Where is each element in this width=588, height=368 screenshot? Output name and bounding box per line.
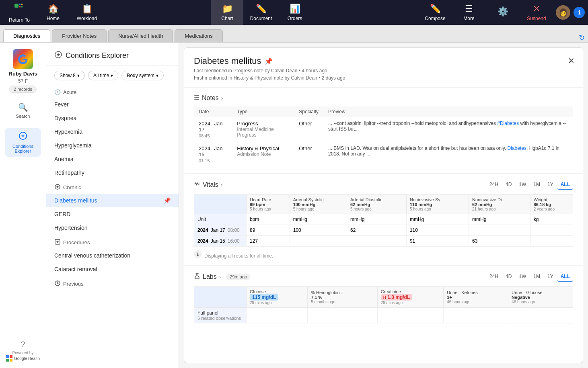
labs-full-panel-cell: Full panel 5 related observations — [194, 308, 247, 323]
vitals-noninv-sys-unit: mmHg — [406, 214, 469, 225]
workload-button[interactable]: 📋 Workload — [71, 0, 103, 25]
search-label: Search — [16, 114, 30, 119]
vitals-row2-panel: 2024 Jan 15 16:00 — [194, 236, 247, 247]
records-badge[interactable]: 2 records — [9, 86, 37, 93]
conditions-explorer-nav-item[interactable]: Conditions Explorer — [5, 128, 41, 157]
help-button[interactable]: ? — [21, 340, 25, 349]
user-avatar[interactable]: 👩 — [556, 5, 570, 20]
vitals-row2-art-dia — [347, 236, 406, 247]
vitals-header-row: Vitals › 24H 4D 1W 1M 1Y ALL — [194, 180, 573, 190]
vitals-time-tabs: 24H 4D 1W 1M 1Y ALL — [486, 180, 573, 190]
vitals-tab-4d[interactable]: 4D — [502, 180, 515, 190]
home-label: Home — [47, 16, 60, 21]
home-button[interactable]: 🏠 Home — [37, 0, 69, 25]
svg-rect-4 — [21, 6, 23, 8]
compose-icon: ✏️ — [430, 4, 441, 14]
labs-tab-1m[interactable]: 1M — [530, 272, 543, 282]
vitals-section: Vitals › 24H 4D 1W 1M 1Y ALL — [184, 174, 583, 266]
labs-hgb-col: % Hemoglobin ... 7.1 % 5 months ago — [308, 287, 378, 308]
document-icon: ✏️ — [256, 4, 267, 14]
condition-hypoxemia[interactable]: Hypoxemia — [46, 125, 179, 139]
vitals-section-title[interactable]: Vitals › — [194, 181, 223, 189]
chevron-down-icon: ▾ — [77, 73, 80, 78]
procedures-icon — [54, 239, 61, 246]
condition-hyperglycemia[interactable]: Hyperglycemia — [46, 139, 179, 152]
body-system-filter-btn[interactable]: Body system ▾ — [121, 71, 164, 80]
show-filter-btn[interactable]: Show 8 ▾ — [54, 71, 85, 80]
section-procedures-header: Procedures — [46, 235, 179, 249]
search-nav-item[interactable]: 🔍 Search — [5, 99, 41, 122]
condition-hypertension[interactable]: Hypertension — [46, 221, 179, 235]
condition-retinopathy[interactable]: Retinopathy — [46, 166, 179, 180]
compose-button[interactable]: ✏️ Compose — [419, 0, 451, 25]
note-row-1[interactable]: 2024 Jan 17 08:45 Progress Internal Medi… — [194, 117, 573, 142]
col-preview: Preview — [323, 106, 573, 117]
return-to-button[interactable]: Return To — [3, 0, 35, 25]
condition-fever[interactable]: Fever — [46, 98, 179, 111]
labs-panel-row: Full panel 5 related observations — [194, 308, 573, 323]
condition-anemia[interactable]: Anemia — [46, 152, 179, 166]
tab-provider-notes[interactable]: Provider Notes — [52, 29, 107, 42]
detail-close-button[interactable]: ✕ — [566, 54, 576, 67]
chart-button[interactable]: 📁 Chart — [211, 0, 243, 25]
vitals-row2-noninv-sys: 91 — [406, 236, 469, 247]
labs-tab-4d[interactable]: 4D — [502, 272, 515, 282]
labs-tab-1y[interactable]: 1Y — [544, 272, 557, 282]
chart-label: Chart — [221, 16, 233, 21]
labs-tab-1w[interactable]: 1W — [516, 272, 529, 282]
note-row-2[interactable]: 2024 Jan 15 01:15 History & Physical Adm… — [194, 142, 573, 167]
vitals-tab-1w[interactable]: 1W — [516, 180, 529, 190]
detail-panel: Diabetes mellitus 📌 Last mentioned in Pr… — [184, 47, 583, 363]
suspend-button[interactable]: ✕ Suspend — [520, 0, 553, 25]
orders-button[interactable]: 📊 Orders — [279, 0, 311, 25]
col-type: Type — [232, 106, 294, 117]
vitals-tab-1y[interactable]: 1Y — [544, 180, 557, 190]
vitals-tab-24h[interactable]: 24H — [486, 180, 502, 190]
vitals-tab-1m[interactable]: 1M — [530, 180, 543, 190]
pin-detail-icon[interactable]: 📌 — [265, 57, 273, 65]
condition-cataract[interactable]: Cataract removal — [46, 262, 179, 276]
patient-name: Ruby Davis — [9, 71, 37, 77]
svg-rect-9 — [10, 359, 12, 362]
info-button[interactable]: ℹ — [574, 7, 585, 18]
conditions-label: Conditions Explorer — [8, 144, 38, 153]
labs-time-badge: 29m ago — [226, 274, 250, 280]
vitals-row1-noninv-dia — [469, 225, 530, 236]
vitals-tab-all[interactable]: ALL — [557, 180, 573, 190]
vitals-row2-art-sys — [290, 236, 347, 247]
patient-info-section: Ruby Davis 57 F 2 records — [9, 49, 37, 93]
more-button[interactable]: ☰ More — [453, 0, 485, 25]
refresh-icon[interactable]: ↻ — [579, 33, 585, 42]
labs-tab-24h[interactable]: 24H — [486, 272, 502, 282]
vitals-hr-col: Heart Rate 89 bpm 5 hours ago — [247, 195, 290, 214]
tab-medications[interactable]: Medications — [175, 29, 222, 42]
vitals-row1-art-dia: 62 — [347, 225, 406, 236]
labs-header-row: Labs › 29m ago 24H 4D 1W 1M 1Y ALL — [194, 272, 573, 282]
tab-diagnostics[interactable]: Diagnostics — [3, 29, 50, 42]
document-button[interactable]: ✏️ Document — [245, 0, 277, 25]
note-type-2: History & Physical Admission Note — [232, 142, 294, 167]
vitals-art-sys-unit: mmHg — [290, 214, 347, 225]
chronic-icon — [54, 184, 61, 191]
vitals-row1-hr: 89 — [247, 225, 290, 236]
notes-section-title[interactable]: ☰ Notes › — [194, 94, 573, 102]
tab-nurse-allied[interactable]: Nurse/Allied Health — [108, 29, 173, 42]
labs-chevron: › — [219, 274, 221, 280]
labs-tab-all[interactable]: ALL — [557, 272, 573, 282]
col-specialty: Specialty — [294, 106, 323, 117]
condition-dyspnea[interactable]: Dyspnea — [46, 111, 179, 125]
search-icon: 🔍 — [18, 102, 28, 112]
vitals-art-sys-col: Arterial Systolic 100 mmHg 5 hours ago — [290, 195, 347, 214]
condition-gerd[interactable]: GERD — [46, 207, 179, 221]
condition-diabetes[interactable]: Diabetes mellitus 📌 — [46, 194, 179, 207]
time-filter-btn[interactable]: All time ▾ — [88, 71, 118, 80]
settings-button[interactable]: ⚙️ — [487, 0, 519, 25]
pin-icon: 📌 — [164, 197, 171, 204]
labs-table: Glucose 115 mg/dL 29 mins ago % Hemoglob… — [194, 286, 573, 323]
labs-panel-col — [194, 287, 247, 308]
labs-section-title[interactable]: Labs › 29m ago — [194, 273, 250, 281]
condition-central-venous[interactable]: Central venous catheterization — [46, 249, 179, 262]
vitals-icon — [194, 181, 200, 189]
notes-icon: ☰ — [194, 94, 199, 102]
vitals-row1-art-sys: 100 — [290, 225, 347, 236]
